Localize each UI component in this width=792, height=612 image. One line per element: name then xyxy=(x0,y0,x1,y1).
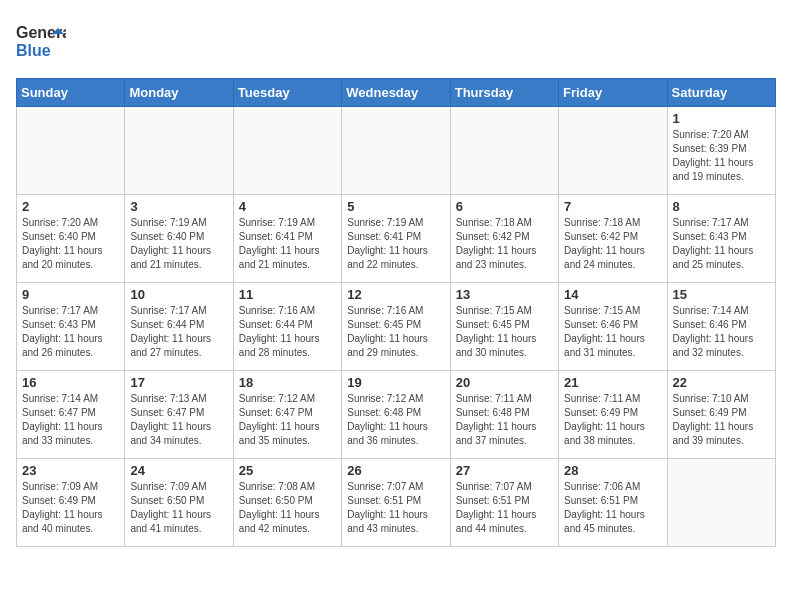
day-info: Sunrise: 7:13 AM Sunset: 6:47 PM Dayligh… xyxy=(130,392,227,448)
calendar-cell: 26Sunrise: 7:07 AM Sunset: 6:51 PM Dayli… xyxy=(342,459,450,547)
day-number: 17 xyxy=(130,375,227,390)
day-number: 12 xyxy=(347,287,444,302)
day-number: 14 xyxy=(564,287,661,302)
day-info: Sunrise: 7:08 AM Sunset: 6:50 PM Dayligh… xyxy=(239,480,336,536)
calendar-cell: 21Sunrise: 7:11 AM Sunset: 6:49 PM Dayli… xyxy=(559,371,667,459)
calendar-cell: 16Sunrise: 7:14 AM Sunset: 6:47 PM Dayli… xyxy=(17,371,125,459)
calendar-header-sunday: Sunday xyxy=(17,79,125,107)
calendar-cell: 20Sunrise: 7:11 AM Sunset: 6:48 PM Dayli… xyxy=(450,371,558,459)
day-info: Sunrise: 7:17 AM Sunset: 6:43 PM Dayligh… xyxy=(673,216,770,272)
day-info: Sunrise: 7:20 AM Sunset: 6:39 PM Dayligh… xyxy=(673,128,770,184)
calendar-cell: 15Sunrise: 7:14 AM Sunset: 6:46 PM Dayli… xyxy=(667,283,775,371)
day-info: Sunrise: 7:07 AM Sunset: 6:51 PM Dayligh… xyxy=(456,480,553,536)
calendar-cell xyxy=(233,107,341,195)
calendar-header-monday: Monday xyxy=(125,79,233,107)
day-number: 28 xyxy=(564,463,661,478)
calendar-cell: 19Sunrise: 7:12 AM Sunset: 6:48 PM Dayli… xyxy=(342,371,450,459)
day-number: 3 xyxy=(130,199,227,214)
calendar-cell: 23Sunrise: 7:09 AM Sunset: 6:49 PM Dayli… xyxy=(17,459,125,547)
day-number: 22 xyxy=(673,375,770,390)
calendar-cell: 11Sunrise: 7:16 AM Sunset: 6:44 PM Dayli… xyxy=(233,283,341,371)
calendar-week-5: 23Sunrise: 7:09 AM Sunset: 6:49 PM Dayli… xyxy=(17,459,776,547)
day-info: Sunrise: 7:20 AM Sunset: 6:40 PM Dayligh… xyxy=(22,216,119,272)
day-info: Sunrise: 7:17 AM Sunset: 6:44 PM Dayligh… xyxy=(130,304,227,360)
day-number: 20 xyxy=(456,375,553,390)
day-number: 26 xyxy=(347,463,444,478)
calendar-cell: 8Sunrise: 7:17 AM Sunset: 6:43 PM Daylig… xyxy=(667,195,775,283)
day-number: 5 xyxy=(347,199,444,214)
day-info: Sunrise: 7:18 AM Sunset: 6:42 PM Dayligh… xyxy=(456,216,553,272)
calendar-cell: 12Sunrise: 7:16 AM Sunset: 6:45 PM Dayli… xyxy=(342,283,450,371)
calendar: SundayMondayTuesdayWednesdayThursdayFrid… xyxy=(16,78,776,547)
day-info: Sunrise: 7:07 AM Sunset: 6:51 PM Dayligh… xyxy=(347,480,444,536)
calendar-cell: 4Sunrise: 7:19 AM Sunset: 6:41 PM Daylig… xyxy=(233,195,341,283)
calendar-cell xyxy=(125,107,233,195)
calendar-header-thursday: Thursday xyxy=(450,79,558,107)
day-info: Sunrise: 7:14 AM Sunset: 6:46 PM Dayligh… xyxy=(673,304,770,360)
day-info: Sunrise: 7:09 AM Sunset: 6:50 PM Dayligh… xyxy=(130,480,227,536)
calendar-week-1: 1Sunrise: 7:20 AM Sunset: 6:39 PM Daylig… xyxy=(17,107,776,195)
calendar-cell: 14Sunrise: 7:15 AM Sunset: 6:46 PM Dayli… xyxy=(559,283,667,371)
svg-text:Blue: Blue xyxy=(16,42,51,59)
day-info: Sunrise: 7:19 AM Sunset: 6:40 PM Dayligh… xyxy=(130,216,227,272)
day-number: 24 xyxy=(130,463,227,478)
calendar-cell: 27Sunrise: 7:07 AM Sunset: 6:51 PM Dayli… xyxy=(450,459,558,547)
day-number: 7 xyxy=(564,199,661,214)
day-info: Sunrise: 7:19 AM Sunset: 6:41 PM Dayligh… xyxy=(347,216,444,272)
logo: General Blue xyxy=(16,16,70,66)
calendar-header-tuesday: Tuesday xyxy=(233,79,341,107)
day-number: 15 xyxy=(673,287,770,302)
day-number: 10 xyxy=(130,287,227,302)
calendar-header-wednesday: Wednesday xyxy=(342,79,450,107)
calendar-cell: 22Sunrise: 7:10 AM Sunset: 6:49 PM Dayli… xyxy=(667,371,775,459)
day-number: 2 xyxy=(22,199,119,214)
day-info: Sunrise: 7:18 AM Sunset: 6:42 PM Dayligh… xyxy=(564,216,661,272)
day-info: Sunrise: 7:12 AM Sunset: 6:47 PM Dayligh… xyxy=(239,392,336,448)
day-number: 8 xyxy=(673,199,770,214)
day-number: 18 xyxy=(239,375,336,390)
day-number: 4 xyxy=(239,199,336,214)
day-info: Sunrise: 7:11 AM Sunset: 6:49 PM Dayligh… xyxy=(564,392,661,448)
day-info: Sunrise: 7:16 AM Sunset: 6:44 PM Dayligh… xyxy=(239,304,336,360)
calendar-cell: 24Sunrise: 7:09 AM Sunset: 6:50 PM Dayli… xyxy=(125,459,233,547)
calendar-cell xyxy=(450,107,558,195)
day-info: Sunrise: 7:06 AM Sunset: 6:51 PM Dayligh… xyxy=(564,480,661,536)
calendar-header-friday: Friday xyxy=(559,79,667,107)
day-number: 9 xyxy=(22,287,119,302)
day-info: Sunrise: 7:17 AM Sunset: 6:43 PM Dayligh… xyxy=(22,304,119,360)
day-info: Sunrise: 7:15 AM Sunset: 6:45 PM Dayligh… xyxy=(456,304,553,360)
day-number: 19 xyxy=(347,375,444,390)
calendar-header-row: SundayMondayTuesdayWednesdayThursdayFrid… xyxy=(17,79,776,107)
day-number: 6 xyxy=(456,199,553,214)
calendar-cell xyxy=(17,107,125,195)
calendar-cell: 7Sunrise: 7:18 AM Sunset: 6:42 PM Daylig… xyxy=(559,195,667,283)
calendar-cell: 6Sunrise: 7:18 AM Sunset: 6:42 PM Daylig… xyxy=(450,195,558,283)
day-info: Sunrise: 7:19 AM Sunset: 6:41 PM Dayligh… xyxy=(239,216,336,272)
day-info: Sunrise: 7:09 AM Sunset: 6:49 PM Dayligh… xyxy=(22,480,119,536)
calendar-cell xyxy=(559,107,667,195)
day-number: 21 xyxy=(564,375,661,390)
day-number: 11 xyxy=(239,287,336,302)
day-number: 16 xyxy=(22,375,119,390)
day-number: 25 xyxy=(239,463,336,478)
calendar-week-3: 9Sunrise: 7:17 AM Sunset: 6:43 PM Daylig… xyxy=(17,283,776,371)
calendar-cell: 13Sunrise: 7:15 AM Sunset: 6:45 PM Dayli… xyxy=(450,283,558,371)
day-info: Sunrise: 7:12 AM Sunset: 6:48 PM Dayligh… xyxy=(347,392,444,448)
day-info: Sunrise: 7:11 AM Sunset: 6:48 PM Dayligh… xyxy=(456,392,553,448)
calendar-cell: 9Sunrise: 7:17 AM Sunset: 6:43 PM Daylig… xyxy=(17,283,125,371)
calendar-cell: 1Sunrise: 7:20 AM Sunset: 6:39 PM Daylig… xyxy=(667,107,775,195)
day-info: Sunrise: 7:10 AM Sunset: 6:49 PM Dayligh… xyxy=(673,392,770,448)
day-number: 13 xyxy=(456,287,553,302)
calendar-cell: 28Sunrise: 7:06 AM Sunset: 6:51 PM Dayli… xyxy=(559,459,667,547)
day-number: 1 xyxy=(673,111,770,126)
calendar-cell xyxy=(667,459,775,547)
header: General Blue xyxy=(16,16,776,66)
day-number: 23 xyxy=(22,463,119,478)
day-number: 27 xyxy=(456,463,553,478)
calendar-week-2: 2Sunrise: 7:20 AM Sunset: 6:40 PM Daylig… xyxy=(17,195,776,283)
calendar-cell: 18Sunrise: 7:12 AM Sunset: 6:47 PM Dayli… xyxy=(233,371,341,459)
calendar-week-4: 16Sunrise: 7:14 AM Sunset: 6:47 PM Dayli… xyxy=(17,371,776,459)
calendar-cell: 5Sunrise: 7:19 AM Sunset: 6:41 PM Daylig… xyxy=(342,195,450,283)
calendar-cell: 2Sunrise: 7:20 AM Sunset: 6:40 PM Daylig… xyxy=(17,195,125,283)
calendar-cell: 10Sunrise: 7:17 AM Sunset: 6:44 PM Dayli… xyxy=(125,283,233,371)
